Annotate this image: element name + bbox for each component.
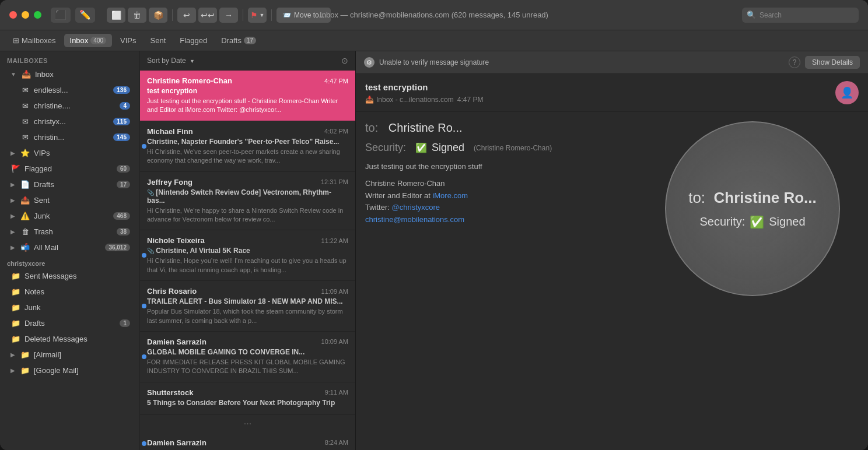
drafts-account-badge: 1 (120, 319, 130, 327)
message-detail: ⚙ Unable to verify message signature ? S… (356, 51, 868, 450)
filter-icon[interactable]: ⊙ (341, 56, 348, 65)
imore-link[interactable]: iMore.com (432, 191, 468, 200)
sidebar-toggle-button[interactable]: ⬛ (51, 8, 71, 23)
email-preview-3: Hi Christine, Hope you're well! I'm reac… (147, 256, 348, 275)
fullscreen-button[interactable] (34, 11, 41, 19)
sidebar-item-endless[interactable]: ✉ endlessl... 136 (4, 83, 136, 97)
email-time-5: 10:09 AM (321, 338, 348, 345)
reply-button[interactable]: ↩ (177, 8, 196, 23)
show-details-button[interactable]: Show Details (805, 56, 860, 69)
email-sender-0: Christine Romero-Chan (147, 76, 232, 85)
vips-icon: ⭐ (20, 149, 30, 157)
sidebar: Mailboxes ▼ 📥 Inbox ✉ endlessl... 136 ✉ … (0, 51, 140, 450)
reply-all-button[interactable]: ↩↩ (198, 8, 217, 23)
email-item-7[interactable]: Damien Sarrazin 8:24 AM (140, 433, 355, 450)
sidebar-item-notes[interactable]: 📁 Notes (4, 284, 136, 299)
junk-icon: ⚠️ (20, 212, 30, 220)
flagged-label: Flagged (24, 164, 113, 173)
unread-dot-1 (142, 144, 146, 149)
trash-label: Trash (34, 227, 113, 236)
drafts-account-label: Drafts (24, 319, 116, 328)
googlemail-arrow: ▶ (10, 367, 15, 374)
email-sender-7: Damien Sarrazin (147, 438, 206, 447)
allmail-label: All Mail (34, 243, 102, 252)
compose-button[interactable]: ✏️ (75, 8, 95, 23)
sidebar-item-inbox[interactable]: ▼ 📥 Inbox (4, 67, 136, 82)
sidebar-item-flagged[interactable]: 🚩 Flagged 60 (4, 161, 136, 176)
email-row1-6: Shutterstock 9:11 AM (147, 388, 348, 397)
flag-button[interactable]: ⚑ ▼ (248, 8, 267, 23)
sidebar-item-sent[interactable]: ▶ 📤 Sent (4, 193, 136, 208)
email-row1-1: Michael Finn 4:02 PM (147, 127, 348, 136)
delete-button[interactable]: 🗑 (128, 8, 146, 23)
tab-flagged[interactable]: Flagged (174, 34, 213, 47)
email-item-6[interactable]: Shutterstock 9:11 AM 5 Things to Conside… (140, 382, 355, 415)
tab-vips[interactable]: VIPs (114, 34, 142, 47)
email-subject-6: 5 Things to Consider Before Your Next Ph… (147, 399, 348, 407)
sidebar-item-junk[interactable]: ▶ ⚠️ Junk 468 (4, 209, 136, 223)
email-to-line: to: Christine Ro... (365, 121, 859, 135)
sort-label[interactable]: Sort by Date ▼ (147, 57, 195, 65)
sidebar-item-drafts-account[interactable]: 📁 Drafts 1 (4, 316, 136, 331)
email-list-header: Sort by Date ▼ ⊙ (140, 51, 355, 71)
email-item-3[interactable]: Nichole Teixeira 11:22 AM 📎 Christine, A… (140, 230, 355, 281)
account-icon-1: ✉ (20, 86, 30, 94)
sidebar-item-deleted[interactable]: 📁 Deleted Messages (4, 332, 136, 346)
tab-sent[interactable]: Sent (145, 34, 172, 47)
sidebar-item-trash[interactable]: ▶ 🗑 Trash 38 (4, 224, 136, 239)
email-subject-4: TRAILER ALERT - Bus Simulator 18 - NEW M… (147, 297, 348, 305)
vips-arrow: ▶ (10, 150, 15, 156)
googlemail-label: [Google Mail] (34, 366, 130, 375)
sidebar-item-christin[interactable]: ✉ christin... 145 (4, 130, 136, 145)
archive-button[interactable]: ⬜ (107, 8, 125, 23)
sidebar-item-allmail[interactable]: ▶ 📬 All Mail 36,012 (4, 240, 136, 255)
flag-icon: ⚑ (250, 10, 258, 20)
email-link[interactable]: christine@mobilenations.com (365, 215, 464, 224)
email-item-5[interactable]: Damien Sarrazin 10:09 AM GLOBAL MOBILE G… (140, 332, 355, 382)
tab-drafts[interactable]: Drafts 17 (215, 34, 262, 47)
email-subject-0: test encryption (147, 87, 348, 95)
account-label-1: endlessl... (34, 86, 110, 94)
email-item-1[interactable]: Michael Finn 4:02 PM Christine, Napster … (140, 121, 355, 172)
sidebar-item-drafts[interactable]: ▶ 📄 Drafts 17 (4, 177, 136, 192)
email-security-line: Security: ✅ Signed (Christine Romero-Cha… (365, 142, 859, 154)
forward-button[interactable]: → (219, 8, 238, 23)
unread-dot-7 (142, 441, 146, 446)
account-badge-2: 4 (120, 102, 130, 110)
tab-inbox[interactable]: Inbox 400 (64, 34, 113, 47)
email-list-body: Christine Romero-Chan 4:47 PM test encry… (140, 71, 355, 450)
help-button[interactable]: ? (789, 57, 800, 68)
close-button[interactable] (9, 11, 17, 19)
email-item-0[interactable]: Christine Romero-Chan 4:47 PM test encry… (140, 71, 355, 121)
googlemail-icon: 📁 (20, 366, 30, 375)
email-sender-3: Nichole Teixeira (147, 236, 205, 245)
search-bar[interactable]: 🔍 (742, 8, 859, 23)
account-badge-1: 136 (113, 86, 130, 94)
search-input[interactable] (760, 11, 854, 19)
sidebar-item-junk-account[interactable]: 📁 Junk (4, 300, 136, 315)
sidebar-item-sent-messages[interactable]: 📁 Sent Messages (4, 269, 136, 283)
tab-mailboxes[interactable]: ⊞ Mailboxes (7, 34, 62, 47)
junk-badge: 468 (113, 212, 130, 220)
sidebar-item-christyx[interactable]: ✉ christyx... 115 (4, 114, 136, 129)
email-item-4[interactable]: Chris Rosario 11:09 AM TRAILER ALERT - B… (140, 281, 355, 332)
email-subject-display: test encryption (365, 82, 835, 92)
drafts-icon: 📄 (20, 180, 30, 189)
account-label-4: christin... (34, 133, 110, 142)
titlebar: ⬛ ✏️ ⬜ 🗑 📦 ↩ ↩↩ → ⚑ ▼ 📨 Move to... (0, 0, 868, 30)
tabs-bar: ⊞ Mailboxes Inbox 400 VIPs Sent Flagged … (0, 30, 868, 51)
move-icon: 📨 (282, 11, 291, 19)
sidebar-item-googlemail[interactable]: ▶ 📁 [Google Mail] (4, 363, 136, 378)
twitter-link[interactable]: @christyxcore (392, 203, 440, 212)
sent-arrow: ▶ (10, 197, 15, 203)
attachment-icon-3: 📎 (147, 248, 154, 254)
junk-button[interactable]: 📦 (149, 8, 167, 23)
email-time-6: 9:11 AM (325, 389, 348, 396)
sidebar-item-christine[interactable]: ✉ christine.... 4 (4, 99, 136, 113)
airmail-icon: 📁 (20, 350, 30, 359)
sidebar-item-airmail[interactable]: ▶ 📁 [Airmail] (4, 347, 136, 362)
email-item-2[interactable]: Jeffrey Fong 12:31 PM 📎 [Nintendo Switch… (140, 172, 355, 231)
security-bar: ⚙ Unable to verify message signature ? S… (356, 51, 868, 74)
sidebar-item-vips[interactable]: ▶ ⭐ VIPs (4, 146, 136, 160)
minimize-button[interactable] (22, 11, 29, 19)
